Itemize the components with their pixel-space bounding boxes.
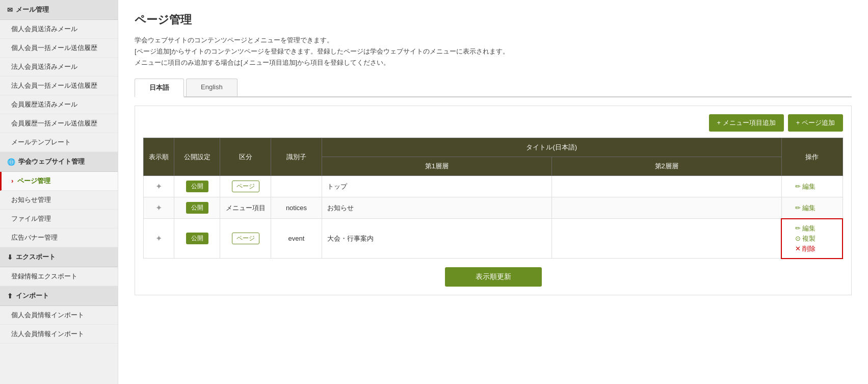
sidebar-item-corporate-bulk[interactable]: 法人会員一括メール送信履歴 — [0, 76, 118, 95]
sidebar-item-individual-sent[interactable]: 個人会員送済みメール — [0, 20, 118, 39]
sidebar-item-file-management[interactable]: ファイル管理 — [0, 210, 118, 228]
sidebar-item-corporate-sent[interactable]: 法人会員送済みメール — [0, 58, 118, 76]
add-page-button[interactable]: + ページ追加 — [788, 114, 843, 132]
cell-title-l1: お知らせ — [322, 197, 552, 219]
copy-link[interactable]: ⊙複製 — [795, 234, 816, 243]
cell-title-l1: 大会・行事案内 — [322, 219, 552, 259]
col-header-type: 区分 — [220, 138, 271, 176]
type-label: メニュー項目 — [226, 204, 266, 212]
cell-status: 公開 — [174, 197, 220, 219]
drag-handle[interactable]: ✦ — [155, 182, 162, 191]
tab-japanese[interactable]: 日本語 — [135, 79, 184, 97]
sidebar-item-import-individual[interactable]: 個人会員情報インポート — [0, 306, 118, 325]
sidebar-item-export-registration[interactable]: 登録情報エクスポート — [0, 267, 118, 286]
sidebar-section-mail: ✉ メール管理 — [0, 0, 118, 20]
cell-title-l2 — [551, 219, 781, 259]
table-row: ✦公開ページトップ✏編集 — [144, 176, 843, 197]
type-badge: ページ — [232, 233, 259, 244]
status-badge: 公開 — [186, 181, 208, 192]
cell-type: ページ — [220, 176, 271, 197]
col-header-identifier: 識別子 — [271, 138, 322, 176]
update-order-button[interactable]: 表示順更新 — [445, 267, 542, 287]
drag-handle[interactable]: ✦ — [155, 234, 162, 243]
col-header-ops: 操作 — [781, 138, 843, 176]
sidebar-item-mail-template[interactable]: メールテンプレート — [0, 133, 118, 152]
main-content: ページ管理 学会ウェブサイトのコンテンツページとメニューを管理できます。 [ペー… — [118, 0, 868, 384]
edit-link[interactable]: ✏編集 — [795, 224, 816, 233]
edit-link[interactable]: ✏編集 — [795, 182, 816, 191]
sidebar-section-import: ⬆ インポート — [0, 286, 118, 306]
col-header-title: タイトル(日本語) — [322, 138, 782, 157]
col-header-status: 公開設定 — [174, 138, 220, 176]
pencil-icon: ✏ — [795, 183, 801, 190]
sidebar-item-ad-management[interactable]: 広告バナー管理 — [0, 228, 118, 247]
sidebar-item-page-management[interactable]: › ページ管理 — [0, 172, 118, 191]
web-icon: 🌐 — [7, 158, 15, 166]
sidebar-item-import-corporate[interactable]: 法人会員情報インポート — [0, 325, 118, 344]
cell-status: 公開 — [174, 176, 220, 197]
drag-handle[interactable]: ✦ — [155, 203, 162, 212]
cell-title-l2 — [551, 197, 781, 219]
col-header-layer1: 第1層層 — [322, 157, 552, 176]
update-btn-row: 表示順更新 — [143, 267, 843, 287]
export-icon: ⬇ — [7, 253, 13, 261]
cell-identifier — [271, 176, 322, 197]
add-menu-item-button[interactable]: + メニュー項目追加 — [709, 114, 784, 132]
delete-link[interactable]: ✕削除 — [795, 244, 816, 253]
table-row: ✦公開メニュー項目noticesお知らせ✏編集 — [144, 197, 843, 219]
cell-ops: ✏編集 — [781, 176, 843, 197]
sidebar-section-export: ⬇ エクスポート — [0, 247, 118, 267]
pencil-icon: ✏ — [795, 204, 801, 212]
cell-identifier: event — [271, 219, 322, 259]
cell-ops: ✏編集 — [781, 197, 843, 219]
pencil-icon: ✏ — [795, 224, 801, 232]
cell-order: ✦ — [144, 197, 174, 219]
action-buttons: + メニュー項目追加 + ページ追加 — [143, 114, 843, 132]
page-title: ページ管理 — [135, 12, 852, 28]
sidebar-item-member-history-bulk[interactable]: 会員履歴一括メール送信履歴 — [0, 114, 118, 133]
status-badge: 公開 — [186, 233, 208, 244]
type-badge: ページ — [232, 181, 259, 192]
cell-type: ページ — [220, 219, 271, 259]
cell-status: 公開 — [174, 219, 220, 259]
table-row: ✦公開ページevent大会・行事案内✏編集⊙複製✕削除 — [144, 219, 843, 259]
language-tabs: 日本語 English — [135, 79, 852, 97]
page-description: 学会ウェブサイトのコンテンツページとメニューを管理できます。 [ページ追加]から… — [135, 35, 852, 68]
col-header-layer2: 第2層層 — [551, 157, 781, 176]
edit-link[interactable]: ✏編集 — [795, 203, 816, 213]
tab-english[interactable]: English — [186, 79, 238, 96]
table-wrapper: + メニュー項目追加 + ページ追加 表示順 公開設定 区分 識別子 タイトル(… — [135, 106, 852, 295]
mail-icon: ✉ — [7, 6, 13, 14]
cell-order: ✦ — [144, 219, 174, 259]
sidebar-item-notice-management[interactable]: お知らせ管理 — [0, 191, 118, 210]
copy-icon: ⊙ — [795, 235, 801, 242]
import-icon: ⬆ — [7, 292, 13, 300]
sidebar-section-web: 🌐 学会ウェブサイト管理 — [0, 152, 118, 172]
delete-icon: ✕ — [795, 245, 801, 252]
cell-title-l1: トップ — [322, 176, 552, 197]
cell-identifier: notices — [271, 197, 322, 219]
sidebar-item-individual-bulk[interactable]: 個人会員一括メール送信履歴 — [0, 39, 118, 58]
col-header-order: 表示順 — [144, 138, 174, 176]
sidebar: ✉ メール管理 個人会員送済みメール 個人会員一括メール送信履歴 法人会員送済み… — [0, 0, 118, 384]
cell-type: メニュー項目 — [220, 197, 271, 219]
sidebar-item-member-history-sent[interactable]: 会員履歴送済みメール — [0, 95, 118, 114]
pages-table: 表示順 公開設定 区分 識別子 タイトル(日本語) 操作 第1層層 第2層層 ✦… — [143, 138, 843, 259]
cell-title-l2 — [551, 176, 781, 197]
cell-ops: ✏編集⊙複製✕削除 — [781, 219, 843, 259]
status-badge: 公開 — [186, 202, 208, 214]
cell-order: ✦ — [144, 176, 174, 197]
